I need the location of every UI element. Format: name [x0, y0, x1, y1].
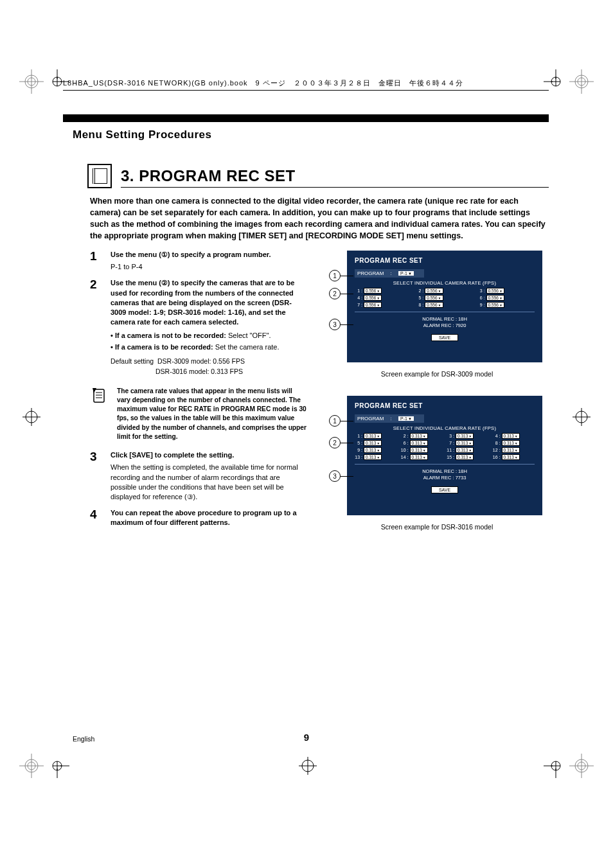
cropmark-bl — [45, 754, 69, 778]
cropmark-br — [544, 754, 568, 778]
rate-select[interactable]: 0.313 — [502, 433, 520, 439]
rate-select[interactable]: 0.313 — [364, 440, 382, 446]
camera-cell: 9 :0.556 — [477, 302, 535, 308]
camera-cell: 12 :0.313 — [493, 447, 535, 453]
camera-cell: 8 :0.556 — [416, 302, 473, 308]
header-hairline — [63, 90, 549, 91]
note-block: The camera rate values that appear in th… — [90, 387, 307, 442]
caption-3016: Screen example for DSR-3016 model — [336, 523, 538, 531]
camera-grid-16: 1 :0.3132 :0.3133 :0.3134 :0.3135 :0.313… — [355, 433, 535, 460]
rec-info: NORMAL REC : 18H ALARM REC : 7733 — [355, 468, 535, 481]
step-4-lead: You can repeat the above procedure to pr… — [111, 508, 307, 527]
rate-select[interactable]: 0.556 — [486, 302, 504, 308]
section-title: Menu Setting Procedures — [73, 128, 211, 141]
step-1-lead: Use the menu (①) to specify a program nu… — [111, 250, 307, 260]
rate-select[interactable]: 0.556 — [364, 295, 382, 301]
rate-select[interactable]: 0.313 — [456, 440, 474, 446]
screen-title: PROGRAM REC SET — [355, 402, 535, 409]
camera-cell: 3 :0.556 — [477, 288, 535, 294]
camera-cell: 5 :0.313 — [355, 440, 397, 446]
screen-3016: PROGRAM REC SET PROGRAM : P-1 SELECT IND… — [347, 396, 542, 515]
rate-subheader: SELECT INDIVIDUAL CAMERA RATE (FPS) — [355, 280, 535, 286]
camera-cell: 7 :0.556 — [355, 302, 412, 308]
step-2: 2 Use the menu (②) to specify the camera… — [90, 278, 307, 377]
divider — [355, 464, 535, 465]
callout-2: 2 — [329, 288, 353, 299]
caption-3009: Screen example for DSR-3009 model — [336, 370, 538, 378]
rate-select[interactable]: 0.556 — [425, 302, 443, 308]
camera-cell: 4 :0.313 — [493, 433, 535, 439]
rate-select[interactable]: 0.313 — [456, 454, 474, 460]
camera-cell: 7 :0.313 — [447, 440, 489, 446]
step-2-lead: Use the menu (②) to specify the cameras … — [111, 278, 307, 327]
regmark-ml — [19, 405, 44, 429]
rate-select[interactable]: 0.313 — [410, 433, 428, 439]
rate-select[interactable]: 0.556 — [425, 295, 443, 301]
camera-cell: 14 :0.313 — [401, 454, 443, 460]
save-button[interactable]: SAVE — [431, 334, 458, 341]
camera-grid-9: 1 :0.5562 :0.5563 :0.5564 :0.5565 :0.556… — [355, 288, 535, 308]
camera-cell: 6 :0.313 — [401, 440, 443, 446]
note-text: The camera rate values that appear in th… — [117, 387, 307, 442]
rate-select[interactable]: 0.313 — [502, 454, 520, 460]
regmark-bc — [296, 754, 320, 778]
program-select[interactable]: P-1 — [398, 271, 414, 276]
camera-cell: 2 :0.556 — [416, 288, 473, 294]
callout-3: 3 — [329, 470, 353, 482]
program-row: PROGRAM : P-1 — [355, 414, 424, 423]
section-blackbar — [63, 114, 549, 122]
regmark-tr-outer — [569, 69, 594, 94]
book-header-line: L8HBA_US(DSR-3016 NETWORK)(GB only).book… — [63, 78, 463, 88]
step-4: 4 You can repeat the above procedure to … — [90, 508, 307, 527]
divider — [355, 312, 535, 312]
screen-title: PROGRAM REC SET — [355, 257, 535, 264]
default-settings: Default setting DSR-3009 model: 0.556 FP… — [111, 357, 307, 376]
rec-info: NORMAL REC : 18H ALARM REC : 7920 — [355, 316, 535, 329]
rate-select[interactable]: 0.556 — [486, 295, 504, 301]
rate-select[interactable]: 0.313 — [456, 433, 474, 439]
intro-paragraph: When more than one camera is connected t… — [90, 195, 549, 242]
figure-column: PROGRAM REC SET PROGRAM : P-1 SELECT IND… — [325, 251, 549, 531]
camera-cell: 8 :0.313 — [493, 440, 535, 446]
step-number: 1 — [90, 250, 102, 272]
note-icon — [90, 387, 108, 442]
rate-select[interactable]: 0.313 — [410, 454, 428, 460]
program-select[interactable]: P-1 — [398, 416, 414, 421]
rate-select[interactable]: 0.313 — [410, 440, 428, 446]
camera-cell: 2 :0.313 — [401, 433, 443, 439]
camera-cell: 3 :0.313 — [447, 433, 489, 439]
svg-rect-45 — [94, 389, 104, 402]
rate-select[interactable]: 0.313 — [502, 440, 520, 446]
program-row: PROGRAM : P-1 — [355, 269, 424, 278]
rate-select[interactable]: 0.313 — [364, 447, 382, 453]
camera-cell: 4 :0.556 — [355, 295, 412, 301]
rate-select[interactable]: 0.313 — [364, 433, 382, 439]
step-2-bullet-off: If a camera is not to be recorded: Selec… — [111, 331, 307, 341]
callout-2: 2 — [329, 437, 353, 448]
rate-select[interactable]: 0.313 — [410, 447, 428, 453]
rate-select[interactable]: 0.556 — [364, 302, 382, 308]
rate-select[interactable]: 0.556 — [486, 288, 504, 294]
callout-1: 1 — [329, 415, 353, 427]
step-3-lead: Click [SAVE] to complete the setting. — [111, 450, 307, 460]
rate-select[interactable]: 0.556 — [364, 288, 382, 294]
rate-select[interactable]: 0.556 — [425, 288, 443, 294]
camera-cell: 13 :0.313 — [355, 454, 397, 460]
regmark-bl-outer — [19, 754, 44, 778]
step-number: 4 — [90, 508, 102, 527]
rate-subheader: SELECT INDIVIDUAL CAMERA RATE (FPS) — [355, 425, 535, 431]
camera-cell: 15 :0.313 — [447, 454, 489, 460]
rate-select[interactable]: 0.313 — [364, 454, 382, 460]
camera-cell: 9 :0.313 — [355, 447, 397, 453]
regmark-tl-outer — [19, 69, 44, 94]
step-1: 1 Use the menu (①) to specify a program … — [90, 250, 307, 272]
footer-page-number: 9 — [0, 732, 613, 743]
callout-3: 3 — [329, 319, 353, 330]
rate-select[interactable]: 0.313 — [456, 447, 474, 453]
steps-column: 1 Use the menu (①) to specify a program … — [90, 250, 307, 534]
regmark-br-outer — [569, 754, 594, 778]
step-3: 3 Click [SAVE] to complete the setting. … — [90, 450, 307, 502]
chapter-underline — [121, 187, 549, 188]
save-button[interactable]: SAVE — [431, 486, 458, 493]
rate-select[interactable]: 0.313 — [502, 447, 520, 453]
